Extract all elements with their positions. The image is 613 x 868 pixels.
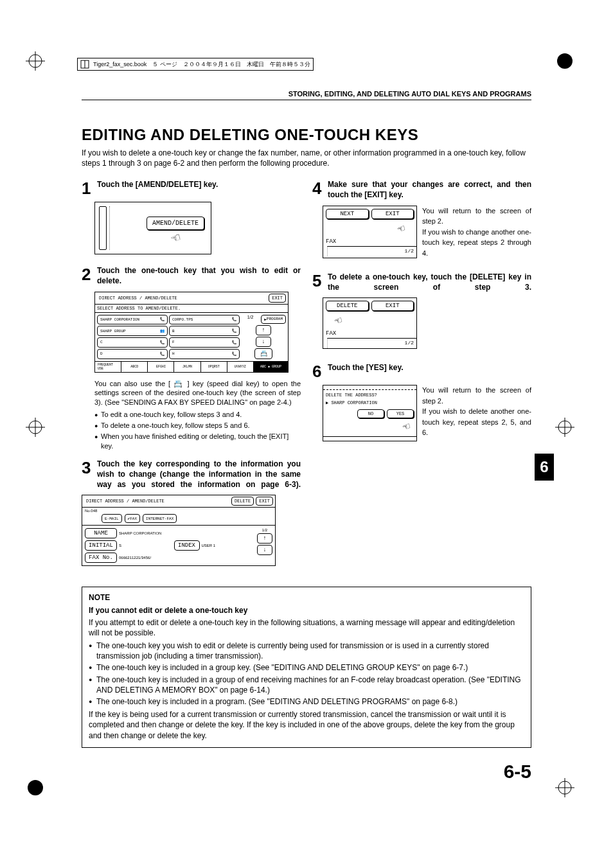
step-bullet: To delete a one-touch key, follow steps …	[94, 421, 301, 430]
scroll-down-button[interactable]: ↓	[256, 337, 271, 347]
onetouch-key[interactable]: SHARP CORPORATION📞	[97, 315, 168, 325]
field-value: USER 1	[202, 544, 255, 547]
doc-meta-text: Tiger2_fax_sec.book ５ ページ ２００４年９月１６日 木曜日…	[93, 60, 310, 69]
screen-illustration: DELETE EXIT ☜ FAX 1/2	[323, 297, 417, 349]
step-number: 6	[312, 363, 324, 380]
scroll-up-button[interactable]: ↑	[257, 533, 272, 544]
page-indicator: 1/2	[241, 315, 260, 324]
page-indicator: 1/2	[327, 338, 416, 348]
index-tab[interactable]: EFGHI	[148, 362, 174, 372]
mode-label: FAX	[323, 236, 416, 246]
page-indicator: 1/2	[327, 246, 416, 256]
mode-tab-ifax[interactable]: INTERNET-FAX	[143, 514, 177, 523]
step-bullet: To edit a one-touch key, follow steps 3 …	[94, 410, 301, 420]
step-bullet: When you have finished editing or deleti…	[94, 432, 301, 451]
crop-mark-icon	[26, 778, 45, 797]
field-label[interactable]: INDEX	[174, 540, 200, 551]
scrollbar-icon	[99, 206, 107, 250]
note-box: NOTE If you cannot edit or delete a one-…	[82, 587, 531, 747]
note-text: If the key is being used for a current t…	[89, 709, 524, 741]
amend-delete-button[interactable]: AMEND/DELETE	[147, 217, 204, 230]
delete-button[interactable]: DELETE	[231, 497, 254, 506]
hand-pointer-icon: ☜	[323, 222, 416, 236]
step-title: To delete a one-touch key, touch the [DE…	[328, 272, 531, 292]
dialog-target: ▶ SHARP CORPORATION	[323, 400, 416, 408]
mode-tab-fax[interactable]: ✔ FAX	[125, 514, 140, 523]
onetouch-key[interactable]: SHARP GROUP👥	[97, 326, 168, 336]
page-number: 6-5	[82, 761, 531, 783]
page-indicator: 1/2	[262, 528, 267, 532]
step-body: You will return to the screen of step 2.…	[422, 206, 531, 259]
note-label: NOTE	[89, 592, 524, 603]
note-text: If you attempt to edit or delete a one-t…	[89, 617, 524, 638]
crop-mark-icon	[555, 51, 574, 71]
mode-label: FAX	[323, 328, 416, 338]
svg-point-10	[28, 780, 43, 795]
scroll-down-button[interactable]: ↓	[257, 545, 272, 555]
step-title: Touch the key corresponding to the infor…	[97, 459, 301, 490]
chapter-tab: 6	[535, 454, 554, 481]
index-tab[interactable]: JKLMN	[174, 362, 200, 372]
screen-illustration: DIRECT ADDRESS / AMEND/DELETE EXIT SELEC…	[94, 292, 289, 373]
index-tab[interactable]: OPQRST	[201, 362, 227, 372]
program-button[interactable]: ▶PROGRAM	[261, 315, 286, 324]
crop-mark-icon	[555, 778, 574, 797]
step-title: Touch the one-touch key that you wish to…	[97, 266, 301, 286]
exit-button[interactable]: EXIT	[256, 497, 273, 506]
field-label[interactable]: INITIAL	[85, 540, 117, 551]
panel-header: DIRECT ADDRESS / AMEND/DELETE	[84, 497, 166, 505]
no-button[interactable]: NO	[357, 409, 384, 418]
index-tab[interactable]: ABCD	[121, 362, 148, 372]
yes-button[interactable]: YES	[387, 409, 414, 418]
scroll-up-button[interactable]: ↑	[256, 325, 271, 335]
note-bullet: The one-touch key is included in a group…	[89, 675, 524, 695]
screen-illustration: NEXT EXIT ☜ FAX 1/2	[323, 206, 417, 259]
field-label[interactable]: FAX No.	[85, 553, 117, 563]
field-value: S	[119, 544, 172, 547]
panel-header: DIRECT ADDRESS / AMEND/DELETE	[97, 294, 179, 302]
svg-point-3	[557, 53, 573, 69]
field-value: SHARP CORPORATION	[119, 531, 254, 535]
exit-button[interactable]: EXIT	[269, 294, 286, 303]
speed-dial-button[interactable]: 📇	[254, 348, 272, 359]
note-heading: If you cannot edit or delete a one-touch…	[89, 605, 524, 616]
book-icon	[80, 60, 89, 69]
screen-illustration: DELETE THE ADDRESS? ▶ SHARP CORPORATION …	[323, 385, 417, 441]
note-bullet: The one-touch key is included in a group…	[89, 662, 524, 673]
onetouch-key[interactable]: C📞	[97, 337, 168, 348]
index-tab[interactable]: UVWXYZ	[227, 362, 254, 372]
panel-sub: SELECT ADDRESS TO AMEND/DELETE.	[95, 304, 288, 313]
screen-illustration: DIRECT ADDRESS / AMEND/DELETE DELETE EXI…	[82, 495, 276, 566]
step-title: Touch the [AMEND/DELETE] key.	[97, 180, 218, 197]
hand-pointer-icon: ☜	[323, 420, 416, 436]
intro-text: If you wish to delete a one-touch key or…	[82, 148, 531, 168]
step-number: 4	[312, 180, 324, 200]
field-label[interactable]: NAME	[85, 528, 117, 538]
onetouch-key[interactable]: H📞	[169, 349, 240, 359]
screen-illustration: AMEND/DELETE ☜	[94, 202, 211, 254]
step-number: 2	[82, 266, 93, 286]
onetouch-key[interactable]: D📞	[97, 349, 168, 359]
doc-meta-header: Tiger2_fax_sec.book ５ ページ ２００４年９月１６日 木曜日…	[77, 58, 314, 71]
step-number: 5	[312, 272, 324, 292]
record-number: No.048	[85, 509, 97, 513]
onetouch-key[interactable]: B📞	[169, 326, 240, 336]
step-title: Make sure that your changes are correct,…	[328, 180, 531, 200]
abc-group-tab[interactable]: ABC ◆ GROUP	[254, 362, 288, 372]
dialog-question: DELETE THE ADDRESS?	[323, 390, 416, 400]
index-tab[interactable]: FREQUENT USE	[95, 362, 121, 372]
mode-tab-email[interactable]: E-MAIL	[102, 514, 122, 523]
crop-mark-icon	[26, 51, 45, 71]
step-title: Touch the [YES] key.	[328, 363, 404, 380]
onetouch-key[interactable]: CORPO.TPS📞	[169, 315, 240, 325]
onetouch-key[interactable]: F📞	[169, 337, 240, 348]
exit-button[interactable]: EXIT	[371, 209, 414, 219]
delete-button[interactable]: DELETE	[326, 301, 369, 311]
note-bullet: The one-touch key is included in a progr…	[89, 696, 524, 707]
next-button[interactable]: NEXT	[326, 209, 369, 219]
breadcrumb: STORING, EDITING, AND DELETING AUTO DIAL…	[82, 90, 531, 100]
note-bullet: The one-touch key you wish to edit or de…	[89, 641, 524, 661]
step-body: You can also use the [ 📇 ] key (speed di…	[94, 379, 301, 408]
step-body: You will return to the screen of step 2.…	[422, 385, 531, 441]
exit-button[interactable]: EXIT	[371, 301, 414, 311]
